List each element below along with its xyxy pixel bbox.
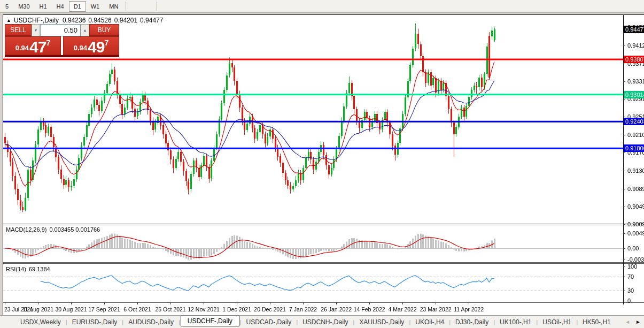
macd-tick-label: 0.004913 [627, 230, 644, 237]
date-tick-label: 1 Dec 2021 [222, 306, 251, 312]
date-tick-label: 23 Mar 2022 [420, 306, 452, 312]
chart-tab-hk50[interactable]: HK50-,H1 [578, 318, 615, 326]
lot-increase-button[interactable]: ▲ [81, 24, 89, 36]
date-tick-label: 11 Apr 2022 [454, 306, 484, 312]
buy-price-base: 0.94 [74, 44, 87, 52]
price-tick-label: 0.90090 [627, 221, 644, 228]
macd-tick-label: 0.00 [627, 245, 639, 252]
price-tick-label: 0.91300 [627, 167, 644, 174]
toolbar-separator [126, 2, 126, 11]
timeframe-button-mn[interactable]: MN [104, 1, 123, 12]
chart-tab-audusd[interactable]: AUDUSD-,Daily [124, 318, 178, 326]
chart-tab-usdx[interactable]: USDX,Weekly [16, 318, 65, 326]
chart-tab-xauusd[interactable]: XAUUSD-,Daily [355, 318, 408, 326]
chart-symbol-label: USDCHF-,Daily [14, 17, 59, 24]
one-click-trade-panel: SELL ▼ 0.50 ▲ BUY 0.94477 0.94497 [5, 24, 119, 57]
date-tick-label: 17 Sep 2021 [88, 306, 120, 312]
rsi-tick-label: 70 [627, 273, 634, 280]
timeframe-button-h1[interactable]: H1 [35, 1, 52, 12]
timeframe-button-m30[interactable]: M30 [13, 1, 34, 12]
macd-tick-label: -0.00361 [627, 256, 644, 263]
price-chart-canvas[interactable] [3, 15, 644, 315]
sell-price-sup: 7 [46, 39, 50, 47]
timeframe-button-w1[interactable]: W1 [86, 1, 105, 12]
open-value: 0.94236 [63, 17, 86, 24]
date-tick-label: 14 Feb 2022 [354, 306, 385, 312]
macd-indicator-label: MACD(12,26,9)0.003455 0.001766 [6, 226, 100, 233]
price-tick-label: 0.92100 [627, 132, 644, 139]
buy-button[interactable]: BUY [89, 24, 119, 36]
low-value: 0.94201 [114, 17, 137, 24]
chart-window: ▲USDCHF-,Daily0.942360.945260.942010.944… [3, 14, 644, 316]
price-level-badge: 0.93807 [624, 56, 644, 63]
mt4-terminal: { "toolbar": { "timeframes": [ {"label":… [0, 0, 644, 328]
macd-name: MACD(12,26,9) [6, 226, 46, 233]
price-tick-label: 0.93310 [627, 78, 644, 85]
chart-tab-eurusd[interactable]: EURUSD-,Daily [68, 318, 122, 326]
rsi-tick-label: 30 [627, 287, 634, 294]
price-tick-label: 0.90490 [627, 203, 644, 210]
date-tick-label: 26 Jan 2022 [321, 306, 352, 312]
date-tick-label: 11 Aug 2021 [22, 306, 53, 312]
chart-tab-usdcnh[interactable]: USDCNH-,Daily [298, 318, 352, 326]
date-tick-label: 4 Mar 2022 [389, 306, 417, 312]
buy-price-display[interactable]: 0.94497 [63, 36, 119, 55]
price-level-badge: 0.92403 [624, 118, 644, 125]
chart-tab-usdcad[interactable]: USDCAD-,Daily [242, 318, 296, 326]
price-level-badge: 0.93014 [624, 91, 644, 98]
buy-price-big: 49 [88, 40, 104, 54]
chart-tab-usoil[interactable]: USOil-,H1 [538, 318, 576, 326]
tab-scroll-right-icon[interactable]: ► [635, 319, 641, 325]
macd-values: 0.003455 0.001766 [49, 226, 100, 233]
price-level-badge: 0.91800 [624, 144, 644, 152]
toolbar-separator [157, 2, 157, 11]
lot-decrease-button[interactable]: ▼ [32, 24, 40, 36]
rsi-tick-label: 100 [627, 263, 637, 270]
timeframe-toolbar: 5M30H1H4D1W1MN [0, 0, 644, 13]
date-tick-label: 25 Oct 2021 [155, 306, 185, 312]
rsi-value: 69.1384 [29, 266, 50, 272]
timeframe-button-d1[interactable]: D1 [69, 1, 86, 12]
lot-size-input[interactable]: 0.50 [40, 24, 81, 36]
sell-price-big: 47 [29, 40, 46, 54]
buy-price-sup: 7 [104, 39, 108, 47]
date-tick-label: 7 Jan 2022 [289, 306, 317, 312]
price-tick-label: 0.90890 [627, 186, 644, 193]
timeframe-button-5[interactable]: 5 [1, 1, 13, 12]
collapse-icon[interactable]: ▲ [6, 18, 11, 23]
rsi-tick-label: 0 [627, 298, 631, 304]
lot-up-icon: ▲ [83, 28, 87, 32]
timeframe-button-h4[interactable]: H4 [52, 1, 69, 12]
price-tick-label: 0.94120 [627, 42, 644, 49]
close-value: 0.94477 [140, 17, 163, 24]
chart-tab-ukoil[interactable]: UKOil-,H4 [411, 318, 448, 326]
lot-down-icon: ▼ [34, 28, 38, 32]
rsi-indicator-label: RSI(14)69.1384 [6, 266, 50, 272]
chart-tab-bar: USDX,Weekly|EURUSD-,Daily|AUDUSD-,Daily|… [0, 315, 644, 328]
date-tick-label: 30 Aug 2021 [56, 306, 87, 312]
sell-price-display[interactable]: 0.94477 [5, 36, 61, 55]
rsi-name: RSI(14) [6, 266, 26, 272]
date-tick-label: 12 Nov 2021 [188, 306, 220, 312]
sell-button[interactable]: SELL [5, 24, 32, 36]
sell-price-base: 0.94 [15, 44, 29, 52]
tab-scroll-controls: ◄► [625, 319, 644, 325]
chart-tab-uk100[interactable]: UK100-,H1 [495, 318, 536, 326]
date-tick-label: 20 Dec 2021 [254, 306, 286, 312]
price-level-badge: 0.94477 [624, 26, 644, 33]
tab-scroll-left-icon[interactable]: ◄ [625, 319, 630, 325]
chart-tab-usdchf[interactable]: USDCHF-,Daily [181, 316, 239, 326]
ohlc-header: ▲USDCHF-,Daily0.942360.945260.942010.944… [6, 17, 163, 24]
date-tick-label: 6 Oct 2021 [123, 306, 151, 312]
chart-tab-dj30[interactable]: DJ30-,Daily [451, 318, 493, 326]
high-value: 0.94526 [88, 17, 111, 24]
